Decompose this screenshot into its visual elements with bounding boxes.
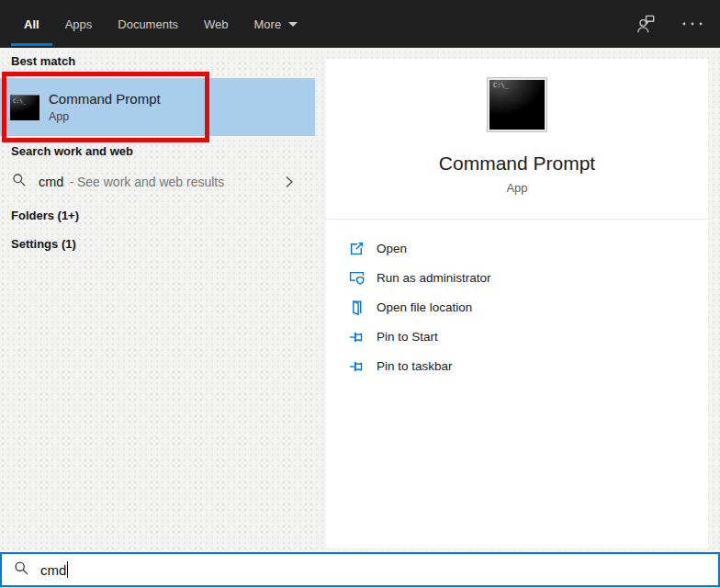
action-list: Open Run as administrator Open file loca… — [326, 220, 708, 380]
feedback-person-icon[interactable] — [634, 12, 658, 36]
action-pin-to-taskbar[interactable]: Pin to taskbar — [326, 351, 708, 380]
text-cursor — [67, 561, 68, 578]
run-as-admin-shield-icon — [349, 270, 365, 286]
suggestion-query: cmd — [39, 175, 63, 189]
search-work-web-header: Search work and web — [11, 144, 133, 158]
settings-group-header[interactable]: Settings (1) — [11, 237, 76, 251]
tab-more-label: More — [254, 17, 282, 31]
search-icon — [14, 560, 29, 580]
filter-tabs: All Apps Documents Web More — [11, 0, 310, 48]
tab-apps[interactable]: Apps — [52, 0, 106, 48]
tab-all[interactable]: All — [11, 0, 52, 48]
action-run-as-administrator[interactable]: Run as administrator — [326, 263, 708, 292]
pin-icon — [349, 329, 365, 345]
search-filter-bar: All Apps Documents Web More — [0, 0, 720, 48]
action-label: Pin to taskbar — [377, 359, 453, 373]
suggestion-hint: - See work and web results — [69, 175, 224, 189]
cmd-terminal-icon: C:\_ — [10, 95, 39, 120]
windows-search-flyout: All Apps Documents Web More — [0, 0, 720, 588]
more-options-ellipsis-icon[interactable] — [681, 20, 703, 28]
preview-title: Command Prompt — [439, 153, 595, 175]
action-open-file-location[interactable]: Open file location — [326, 292, 708, 322]
action-label: Run as administrator — [377, 271, 491, 285]
chevron-down-icon — [288, 22, 298, 27]
action-label: Pin to Start — [377, 330, 438, 344]
topbar-actions — [634, 0, 720, 48]
tab-documents[interactable]: Documents — [105, 0, 191, 48]
search-input[interactable]: cmd — [0, 552, 720, 587]
result-title: Command Prompt — [49, 91, 161, 107]
search-input-value: cmd — [40, 562, 66, 578]
tab-more[interactable]: More — [242, 0, 311, 48]
action-label: Open — [377, 242, 407, 255]
best-match-result-command-prompt[interactable]: C:\_ Command Prompt App — [0, 78, 315, 136]
result-type: App — [49, 110, 161, 123]
preview-panel: C:\_ Command Prompt App Open Run as admi… — [326, 59, 708, 548]
search-icon — [12, 173, 27, 191]
best-match-header: Best match — [11, 54, 75, 68]
open-icon — [349, 241, 365, 256]
tab-web[interactable]: Web — [191, 0, 242, 48]
chevron-right-icon[interactable] — [285, 175, 294, 189]
folders-group-header[interactable]: Folders (1+) — [11, 209, 79, 222]
pin-icon — [349, 358, 365, 374]
action-label: Open file location — [377, 300, 472, 314]
action-pin-to-start[interactable]: Pin to Start — [326, 322, 708, 351]
open-file-location-icon — [349, 300, 365, 315]
web-search-suggestion-row[interactable]: cmd - See work and web results — [0, 166, 315, 198]
preview-type: App — [506, 181, 527, 195]
cmd-terminal-icon-large: C:\_ — [488, 78, 546, 131]
action-open[interactable]: Open — [326, 233, 708, 263]
